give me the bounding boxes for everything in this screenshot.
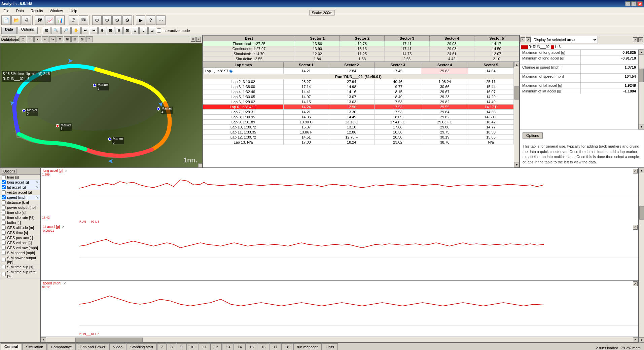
ch-time-slip[interactable]: time slip [s] xyxy=(0,210,40,215)
ch-speed-close[interactable]: ✕ xyxy=(36,196,39,199)
charts-vscroll-down[interactable]: ▼ xyxy=(639,337,644,343)
stats-dropdown[interactable]: Display for selected areas xyxy=(531,36,598,43)
channels-options-btn[interactable]: Options xyxy=(2,169,16,174)
ch-sim-slip-rate-cb[interactable] xyxy=(2,272,6,276)
ch-long-accel-cb[interactable] xyxy=(2,180,6,184)
ch-speed[interactable]: speed [mph] ✕ xyxy=(0,195,40,200)
ch-power[interactable]: power output [hp] xyxy=(0,205,40,210)
ch-lat-accel-cb[interactable] xyxy=(2,185,6,189)
help-btn[interactable]: ? xyxy=(146,15,155,25)
hscroll-right[interactable]: ► xyxy=(633,337,638,343)
tab-13[interactable]: 13 xyxy=(222,343,234,350)
chart1-expand[interactable]: ⤢ xyxy=(633,169,638,173)
zoom-in-btn[interactable]: 🔍 xyxy=(51,27,61,34)
charts-vscroll-up[interactable]: ▲ xyxy=(639,168,644,173)
vscroll-down[interactable]: ▼ xyxy=(514,162,519,167)
arrow2-btn[interactable]: ↪ xyxy=(90,27,98,34)
map-tool2[interactable]: ↪ xyxy=(49,36,56,42)
tab-standing-start[interactable]: Standing start xyxy=(127,343,157,350)
menu-results[interactable]: Results xyxy=(29,8,45,13)
tool-a[interactable]: ⊕ xyxy=(98,27,106,34)
lap-row-1[interactable]: Lap 1, 1:28.97 ◉ 14.21 12.84 17.45 29.83… xyxy=(203,68,514,74)
charts-vscroll-thumb[interactable] xyxy=(639,206,644,220)
bar-btn[interactable]: 📊 xyxy=(55,15,65,25)
ch-gps-pos-cb[interactable] xyxy=(2,236,6,240)
tool2-btn[interactable]: ⚙ xyxy=(102,15,112,25)
hscroll-thumb[interactable] xyxy=(75,338,143,342)
map-tool3[interactable]: ⊕ xyxy=(57,36,63,42)
stats-expand-btn[interactable]: ⤢ xyxy=(526,37,531,42)
open-btn[interactable]: 📂 xyxy=(11,15,21,25)
ch-sim-speed-cb[interactable] xyxy=(2,251,6,255)
flag-btn[interactable]: 🏁 xyxy=(79,15,88,25)
ch-gps-time[interactable]: GPS time [s] xyxy=(0,230,40,235)
menu-data[interactable]: Data xyxy=(14,8,26,13)
map-zoom-out[interactable]: - xyxy=(34,36,41,42)
lap-row-2[interactable]: Lap 2, 3:10.02 28.27 27.94 40.46 1:08.24… xyxy=(203,79,514,84)
map-tool7[interactable]: ≡ xyxy=(86,36,93,42)
tab-general[interactable]: General xyxy=(1,343,22,350)
ch-gps-time-cb[interactable] xyxy=(2,231,6,235)
ch-gps-raw-cb[interactable] xyxy=(2,246,6,250)
ch-speed-cb[interactable] xyxy=(2,195,6,199)
stats-vscroll[interactable]: ▲ ▼ xyxy=(638,49,644,129)
tab-units[interactable]: Units xyxy=(322,343,338,350)
ch-distance[interactable]: distance [km] xyxy=(0,200,40,205)
map-tool4[interactable]: ⊞ xyxy=(64,36,71,42)
chart2-expand[interactable]: ⤢ xyxy=(633,225,638,230)
ch-sim-power-cb[interactable] xyxy=(2,258,6,262)
ch-long-accel[interactable]: long accel [g] ✕ xyxy=(0,180,40,185)
tab-video[interactable]: Video xyxy=(109,343,126,350)
tool-f[interactable]: ⋮ xyxy=(139,27,148,34)
stats-vscroll-down[interactable]: ▼ xyxy=(639,124,644,129)
ch-gps-pos[interactable]: GPS pos acc [-] xyxy=(0,235,40,240)
lap-row-9[interactable]: Lap 9, 1:31.89 13.90 C 13.13 C 17.41 FC … xyxy=(203,120,514,125)
tab-16[interactable]: 16 xyxy=(258,343,269,350)
ch-gps-vel-cb[interactable] xyxy=(2,241,6,245)
tab-comparative[interactable]: Comparative xyxy=(47,343,75,350)
lap-row-10[interactable]: Lap 10, 1:30.72 15.37 13.10 17.68 29.80 … xyxy=(203,125,514,130)
tool3-btn[interactable]: ⚙ xyxy=(112,15,122,25)
ch-sim-slip-rate[interactable]: SIM time slip rate [%] xyxy=(0,270,40,279)
ch-time[interactable]: time [s] xyxy=(0,175,40,180)
ch-lat-accel-close[interactable]: ✕ xyxy=(36,186,39,189)
ch-power-cb[interactable] xyxy=(2,205,6,209)
map-zoom-in[interactable]: + xyxy=(27,36,34,42)
map-tool1[interactable]: ↩ xyxy=(42,36,48,42)
ch-vector-accel-cb[interactable] xyxy=(2,190,6,194)
ch-gps-alt-cb[interactable] xyxy=(2,226,6,230)
stats-vscroll-thumb[interactable] xyxy=(639,69,644,82)
charts-vscroll[interactable]: ▲ ▼ xyxy=(639,168,644,343)
map-tool6[interactable]: ⊠ xyxy=(79,36,85,42)
play-btn[interactable]: ▶ xyxy=(136,15,145,25)
ch-distance-cb[interactable] xyxy=(2,200,6,204)
chart3-close-icon[interactable]: ✕ xyxy=(63,281,66,285)
extra-btn[interactable]: ⋯ xyxy=(156,15,166,25)
tab-simulation[interactable]: Simulation xyxy=(22,343,47,350)
tool-e[interactable]: ≡ xyxy=(132,27,139,34)
timer-btn[interactable]: ⏱ xyxy=(69,15,78,25)
pan-btn[interactable]: ✋ xyxy=(71,27,81,34)
tool-b[interactable]: ⊞ xyxy=(107,27,114,34)
stats-close-btn[interactable]: ✕ xyxy=(521,37,525,42)
tab-17[interactable]: 17 xyxy=(270,343,281,350)
map-expand-btn[interactable]: ⤢ xyxy=(196,37,201,42)
ch-buffer-cb[interactable] xyxy=(2,221,6,225)
lap-row-3[interactable]: Lap 3, 1:38.00 17.14 14.98 19.77 30.66 1… xyxy=(203,84,514,89)
ch-vector-accel[interactable]: vector accel [g] xyxy=(0,190,40,195)
lap-row-6b[interactable]: Lap 6, 1:28.45 F 14.24 12.96 17.53 29.55… xyxy=(203,105,514,110)
tool-g[interactable]: ⊿ xyxy=(148,27,156,34)
hscroll-track[interactable] xyxy=(46,337,633,342)
menu-window[interactable]: Window xyxy=(48,8,65,13)
tab-run-manager[interactable]: run manager xyxy=(293,343,322,350)
ch-time-slip-rate[interactable]: time slip rate [%] xyxy=(0,215,40,220)
vscroll-track[interactable] xyxy=(514,67,519,162)
tab-7[interactable]: 7 xyxy=(157,343,167,350)
chart2-close-icon[interactable]: ✕ xyxy=(62,225,65,229)
lap-scroll[interactable]: Lap times Sector 1 Sector 2 Sector 3 Sec… xyxy=(203,62,514,167)
ch-gps-alt[interactable]: GPS altitude [m] xyxy=(0,225,40,230)
zoom-fit-btn[interactable]: ⊡ xyxy=(43,27,50,34)
tab-11[interactable]: 11 xyxy=(199,343,210,350)
map-btn[interactable]: 🗺 xyxy=(35,15,44,25)
map-options-tab[interactable]: Options xyxy=(9,36,16,42)
